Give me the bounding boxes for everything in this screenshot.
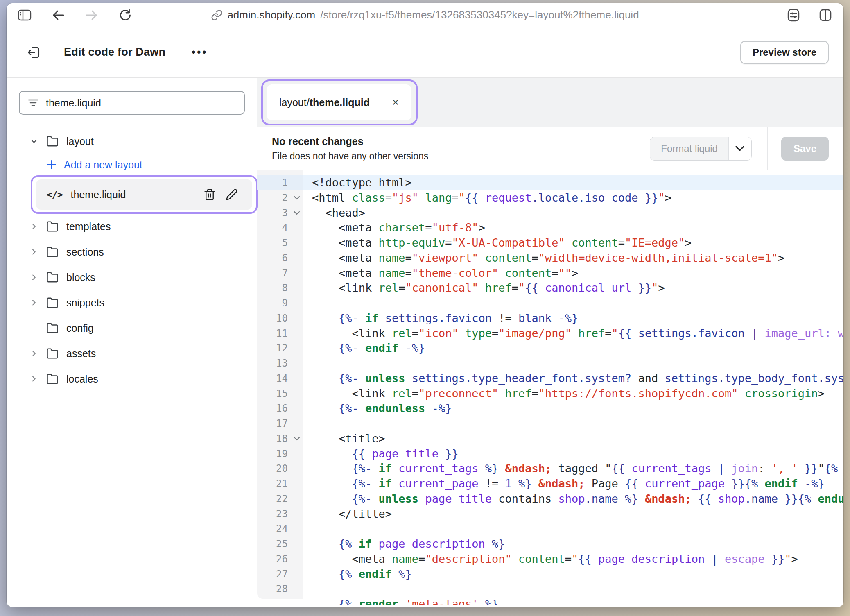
folder-icon (46, 347, 59, 360)
file-label: theme.liquid (71, 189, 126, 201)
exit-icon[interactable] (26, 45, 41, 60)
chevron-down-icon (735, 146, 744, 152)
line-number: 8 (257, 281, 303, 296)
fold-chevron-icon[interactable] (294, 190, 300, 206)
code-line: <link rel="canonical" href="{{ canonical… (303, 281, 843, 296)
line-number: 5 (257, 236, 303, 251)
line-number: 11 (257, 326, 303, 341)
file-filter-box[interactable] (19, 91, 245, 115)
line-number: 23 (257, 507, 303, 522)
sidebar-folder-assets[interactable]: assets (19, 341, 257, 366)
code-line: {% if page_description %} (303, 537, 843, 552)
app-header: Edit code for Dawn ••• Preview store (7, 27, 843, 78)
split-view-icon[interactable] (818, 8, 833, 23)
folder-icon (46, 246, 59, 258)
tab-file-name: theme.liquid (310, 97, 370, 109)
line-number: 26 (257, 552, 303, 567)
line-number: 6 (257, 251, 303, 266)
folder-label: assets (66, 348, 96, 360)
line-number: 15 (257, 386, 303, 401)
save-button[interactable]: Save (781, 137, 829, 161)
forward-icon[interactable] (84, 8, 99, 23)
toolbar-divider (767, 127, 768, 170)
tab-close-icon[interactable]: × (392, 97, 399, 108)
add-layout-label: Add a new layout (64, 159, 142, 171)
folder-label: config (66, 322, 94, 334)
address-bar[interactable]: admin.shopify.com/store/rzq1xu-f5/themes… (211, 3, 639, 27)
pencil-icon[interactable] (224, 186, 240, 203)
line-number: 13 (257, 356, 303, 371)
link-icon (211, 9, 222, 21)
folder-label: layout (66, 136, 94, 147)
browser-toolbar: admin.shopify.com/store/rzq1xu-f5/themes… (7, 3, 843, 27)
code-line: <link rel="preconnect" href="https://fon… (303, 386, 843, 401)
format-liquid-button[interactable]: Format liquid (650, 137, 752, 161)
code-line: <html class="js" lang="{{ request.locale… (303, 190, 843, 206)
code-line: <meta name="description" content="{{ pag… (303, 552, 843, 567)
sidebar-folder-layout[interactable]: layout (19, 129, 257, 154)
folder-label: locales (66, 373, 98, 385)
line-number: 24 (257, 521, 303, 537)
format-caret-button[interactable] (728, 137, 751, 160)
chevron-right-icon[interactable] (29, 349, 43, 358)
line-number: 1 (257, 175, 303, 190)
code-line: {% endif %} (303, 567, 843, 582)
folder-icon (46, 297, 59, 309)
code-line: {% render 'meta-tags' %} (303, 597, 843, 605)
sidebar-toggle-icon[interactable] (17, 8, 32, 23)
code-line: {{ page_title }} (303, 446, 843, 462)
line-number: 3 (257, 206, 303, 221)
code-line: {%- if current_page != 1 %} &ndash; Page… (303, 476, 843, 491)
code-line: {%- endif -%} (303, 341, 843, 356)
chevron-right-icon[interactable] (29, 222, 43, 231)
folder-icon (46, 135, 59, 147)
sidebar-folder-locales[interactable]: locales (19, 366, 257, 392)
line-number: 29 (257, 597, 303, 599)
folder-icon (46, 271, 59, 283)
line-number: 14 (257, 371, 303, 386)
chevron-down-icon[interactable] (29, 137, 43, 146)
file-sidebar: layoutAdd a new layout</>theme.liquidtem… (7, 78, 257, 607)
line-number: 27 (257, 567, 303, 582)
chevron-right-icon[interactable] (29, 247, 43, 256)
reload-icon[interactable] (118, 8, 133, 23)
file-filter-input[interactable] (46, 97, 236, 109)
trash-icon[interactable] (201, 186, 218, 203)
line-number: 10 (257, 311, 303, 326)
browser-window: admin.shopify.com/store/rzq1xu-f5/themes… (7, 3, 843, 607)
editor-code[interactable]: <!doctype html><html class="js" lang="{{… (303, 170, 843, 605)
sidebar-folder-blocks[interactable]: blocks (19, 265, 257, 290)
fold-chevron-icon[interactable] (294, 431, 300, 446)
page-settings-icon[interactable] (786, 8, 801, 23)
add-new-layout-button[interactable]: Add a new layout (19, 154, 257, 175)
line-number: 7 (257, 266, 303, 281)
line-number: 28 (257, 582, 303, 597)
chevron-right-icon[interactable] (29, 298, 43, 307)
folder-label: blocks (66, 272, 95, 283)
folder-icon (46, 220, 59, 233)
fold-chevron-icon[interactable] (294, 206, 300, 221)
chevron-right-icon[interactable] (29, 273, 43, 282)
sidebar-folder-snippets[interactable]: snippets (19, 290, 257, 315)
folder-icon (46, 373, 59, 385)
line-number: 19 (257, 446, 303, 462)
preview-store-button[interactable]: Preview store (740, 41, 829, 64)
code-line: <link rel="icon" type="image/png" href="… (303, 326, 843, 341)
url-path: /store/rzq1xu-f5/themes/132683530345?key… (320, 9, 639, 21)
folder-icon (46, 322, 59, 334)
code-line (303, 356, 843, 371)
sidebar-folder-templates[interactable]: templates (19, 214, 257, 239)
code-line (303, 296, 843, 311)
sidebar-folder-sections[interactable]: sections (19, 239, 257, 265)
url-host: admin.shopify.com (227, 9, 315, 21)
tab-theme-liquid[interactable]: layout/theme.liquid × (267, 84, 411, 120)
more-menu-button[interactable]: ••• (192, 46, 208, 59)
format-liquid-label: Format liquid (650, 137, 728, 160)
chevron-right-icon[interactable] (29, 374, 43, 383)
sidebar-folder-config[interactable]: config (19, 315, 257, 341)
code-editor[interactable]: 1234567891011121314151617181920212223242… (257, 170, 843, 605)
back-icon[interactable] (51, 8, 66, 23)
sidebar-file-theme-liquid[interactable]: </>theme.liquid (36, 179, 252, 210)
status-title: No recent changes (272, 136, 428, 147)
code-line: {%- if settings.favicon != blank -%} (303, 311, 843, 326)
